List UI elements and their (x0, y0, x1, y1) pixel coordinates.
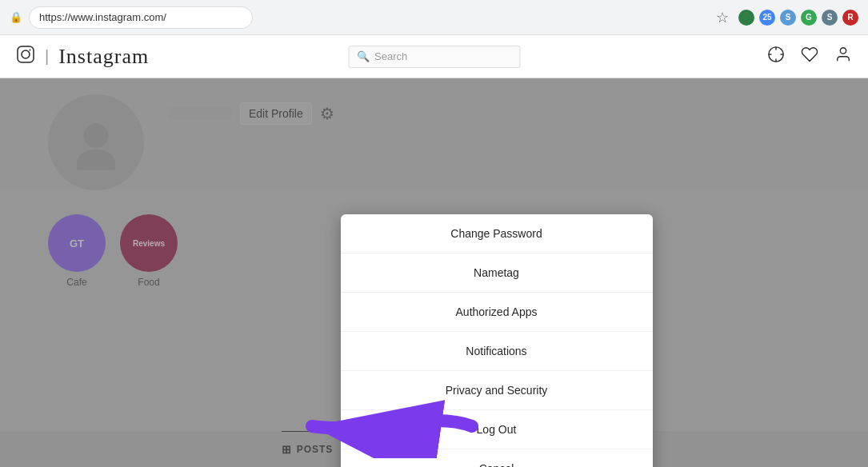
menu-item-cancel[interactable]: Cancel (341, 449, 653, 467)
svg-point-8 (840, 47, 846, 53)
menu-item-privacy-security[interactable]: Privacy and Security (341, 371, 653, 410)
compass-icon[interactable] (767, 46, 785, 68)
url-text: https://www.instagram.com/ (39, 11, 166, 23)
search-icon: 🔍 (357, 50, 370, 62)
search-placeholder-text: Search (374, 50, 407, 62)
lock-icon: 🔒 (10, 11, 22, 23)
bookmark-icon[interactable]: ☆ (716, 9, 729, 26)
ext-icon-5[interactable]: R (842, 10, 858, 26)
ext-icon-1[interactable] (738, 10, 754, 26)
ext-icon-3[interactable]: G (801, 10, 817, 26)
ext-badge-25[interactable]: 25 (759, 10, 775, 26)
menu-item-nametag[interactable]: Nametag (341, 253, 653, 293)
instagram-page: | Instagram 🔍 Search (0, 35, 868, 467)
ext-icon-2[interactable]: S (780, 10, 796, 26)
heart-icon[interactable] (801, 46, 818, 68)
dropdown-modal: Change Password Nametag Authorized Apps … (341, 214, 653, 467)
ig-logo-text: Instagram (58, 45, 149, 69)
ig-header-icons (767, 46, 852, 68)
menu-item-change-password[interactable]: Change Password (341, 214, 653, 253)
ig-profile-bg: Edit Profile ⚙ GT Cafe Reviews Food (0, 78, 868, 467)
svg-point-2 (30, 49, 31, 50)
menu-item-authorized-apps[interactable]: Authorized Apps (341, 293, 653, 332)
extensions-area: 25 S G S R (738, 10, 858, 26)
instagram-camera-icon (16, 45, 35, 69)
address-bar[interactable]: https://www.instagram.com/ (29, 6, 253, 29)
svg-point-1 (22, 50, 30, 58)
logo-divider: | (45, 47, 49, 66)
ig-search-bar[interactable]: 🔍 Search (348, 46, 520, 68)
menu-item-log-out[interactable]: Log Out (341, 410, 653, 449)
browser-bar: 🔒 https://www.instagram.com/ ☆ 25 S G S … (0, 0, 868, 35)
svg-rect-0 (18, 46, 34, 62)
person-icon[interactable] (834, 46, 852, 68)
menu-item-notifications[interactable]: Notifications (341, 332, 653, 371)
ig-logo-area: | Instagram (16, 45, 149, 69)
ig-header: | Instagram 🔍 Search (0, 35, 868, 78)
ext-icon-4[interactable]: S (822, 10, 838, 26)
